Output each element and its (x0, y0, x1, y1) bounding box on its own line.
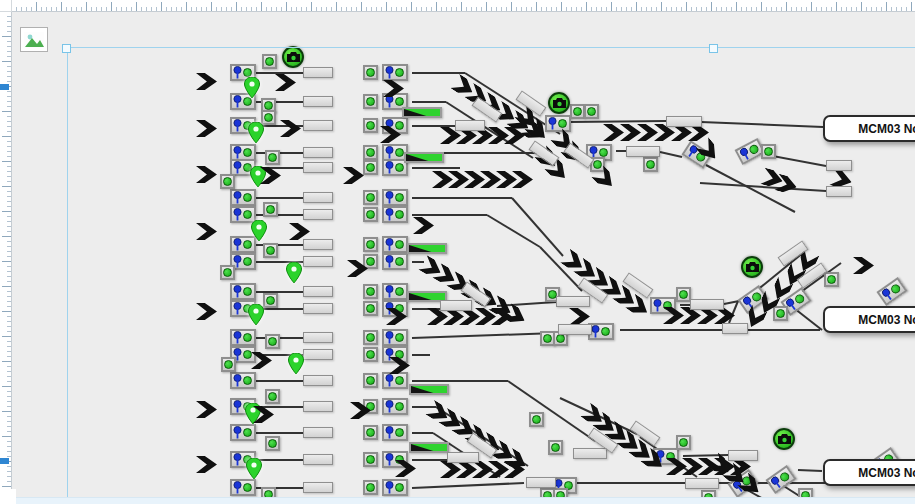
sensor[interactable] (382, 329, 408, 346)
flow-chevron[interactable] (196, 456, 217, 473)
status-lamp[interactable] (363, 94, 378, 109)
conveyor-label-box[interactable] (303, 256, 333, 267)
flow-chevron[interactable] (289, 223, 310, 240)
sensor[interactable] (230, 424, 256, 441)
location-pin-marker[interactable] (286, 262, 302, 284)
camera-icon[interactable] (282, 46, 304, 68)
camera-icon[interactable] (548, 92, 570, 114)
conveyor-label-box[interactable] (303, 286, 333, 297)
sensor[interactable] (382, 398, 408, 415)
status-lamp[interactable] (529, 412, 544, 427)
conveyor-label-box[interactable] (303, 67, 333, 78)
status-lamp[interactable] (363, 284, 378, 299)
location-pin-marker[interactable] (246, 458, 262, 480)
sensor[interactable] (230, 329, 256, 346)
selection-left-edge[interactable] (67, 47, 68, 497)
flow-chevron[interactable] (196, 401, 217, 418)
conveyor-label-box[interactable] (556, 296, 590, 307)
flow-chevron[interactable] (275, 74, 296, 91)
sensor[interactable] (382, 424, 408, 441)
flow-chevron[interactable] (440, 461, 461, 478)
conveyor-label-box[interactable] (728, 450, 758, 461)
sensor[interactable] (876, 277, 907, 306)
conveyor-label-box[interactable] (826, 160, 852, 171)
status-lamp[interactable] (363, 347, 378, 362)
conveyor-label-box[interactable] (440, 300, 472, 311)
conveyor-label-box[interactable] (303, 454, 333, 465)
sensor[interactable] (382, 236, 408, 253)
camera-icon[interactable] (773, 428, 795, 450)
flow-chevron[interactable] (432, 171, 453, 188)
conveyor-label-box[interactable] (526, 477, 556, 488)
sensor[interactable] (230, 189, 256, 206)
status-lamp[interactable] (221, 357, 236, 372)
status-lamp[interactable] (363, 118, 378, 133)
status-lamp[interactable] (263, 293, 278, 308)
conveyor-label-box[interactable] (303, 303, 333, 314)
conveyor-label-box[interactable] (455, 120, 485, 131)
status-lamp[interactable] (773, 306, 788, 321)
speed-wedge-indicator[interactable] (402, 107, 442, 118)
conveyor-label-box[interactable] (722, 323, 748, 334)
status-lamp[interactable] (363, 425, 378, 440)
status-lamp[interactable] (643, 157, 658, 172)
conveyor-label-box[interactable] (626, 146, 660, 157)
status-lamp[interactable] (363, 160, 378, 175)
status-lamp[interactable] (262, 54, 277, 69)
diagram-canvas[interactable]: MCM03 NoMCM03 NoMCM03 No (0, 0, 915, 504)
flow-chevron[interactable] (580, 402, 607, 428)
status-lamp[interactable] (363, 330, 378, 345)
location-pin-marker[interactable] (244, 77, 260, 99)
status-lamp[interactable] (363, 373, 378, 388)
sensor[interactable] (230, 283, 256, 300)
selection-top-edge[interactable] (62, 47, 915, 48)
sensor[interactable] (230, 372, 256, 389)
conveyor-label-box[interactable] (573, 448, 607, 459)
sensor[interactable] (382, 283, 408, 300)
status-lamp[interactable] (584, 104, 599, 119)
flow-chevron[interactable] (413, 217, 434, 234)
sensor[interactable] (382, 189, 408, 206)
speed-wedge-indicator[interactable] (409, 442, 449, 453)
location-pin-marker[interactable] (248, 122, 264, 144)
flow-chevron[interactable] (196, 223, 217, 240)
conveyor-label-box[interactable] (303, 192, 333, 203)
selection-handle[interactable] (709, 44, 718, 53)
location-pin-marker[interactable] (251, 220, 267, 242)
conveyor-label-box[interactable] (303, 427, 333, 438)
mcm-node-label[interactable]: MCM03 No (823, 306, 915, 333)
status-lamp[interactable] (570, 104, 585, 119)
conveyor-label-box[interactable] (447, 452, 479, 463)
image-placeholder-icon[interactable] (20, 27, 48, 52)
status-lamp[interactable] (265, 150, 280, 165)
conveyor-label-box[interactable] (690, 299, 724, 310)
conveyor-label-box[interactable] (303, 349, 333, 360)
conveyor-label-box[interactable] (303, 482, 333, 493)
flow-chevron[interactable] (418, 255, 445, 280)
conveyor-label-box[interactable] (797, 262, 828, 288)
status-lamp[interactable] (363, 452, 378, 467)
flow-chevron[interactable] (603, 124, 624, 141)
flow-chevron[interactable] (569, 308, 590, 325)
status-lamp[interactable] (363, 207, 378, 222)
conveyor-label-box[interactable] (303, 162, 333, 173)
sensor[interactable] (382, 479, 408, 496)
status-lamp[interactable] (548, 440, 563, 455)
status-lamp[interactable] (363, 301, 378, 316)
sensor[interactable] (230, 479, 256, 496)
conveyor-label-box[interactable] (303, 120, 333, 131)
flow-chevron[interactable] (196, 73, 217, 90)
speed-wedge-indicator[interactable] (409, 384, 449, 395)
flow-chevron[interactable] (560, 249, 587, 275)
status-lamp[interactable] (265, 389, 280, 404)
status-lamp[interactable] (761, 144, 776, 159)
flow-chevron[interactable] (760, 168, 785, 190)
flow-chevron[interactable] (280, 120, 301, 137)
sensor[interactable] (382, 372, 408, 389)
conveyor-label-box[interactable] (666, 116, 702, 127)
sensor[interactable] (382, 64, 408, 81)
status-lamp[interactable] (220, 174, 235, 189)
sensor[interactable] (545, 115, 571, 132)
status-lamp[interactable] (363, 190, 378, 205)
status-lamp[interactable] (824, 272, 839, 287)
